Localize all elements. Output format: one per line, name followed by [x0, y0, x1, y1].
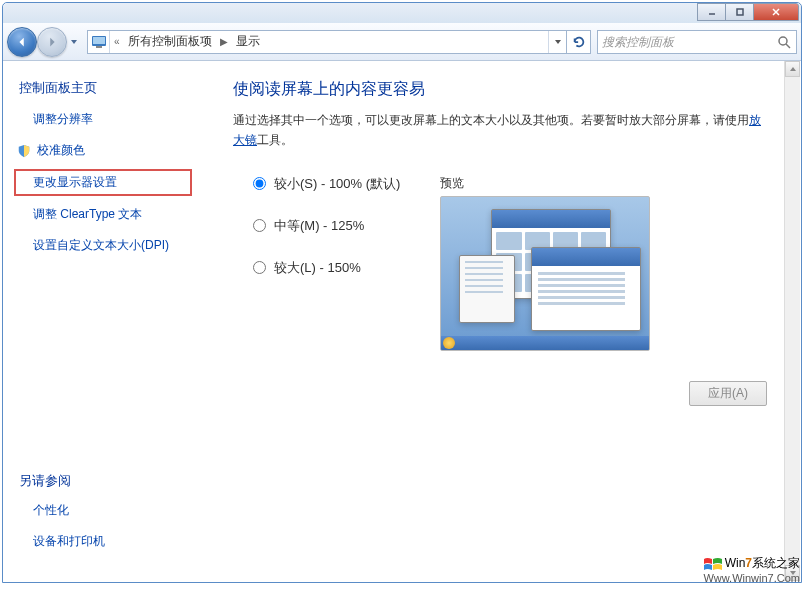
radio-larger-label: 较大(L) - 150%: [274, 259, 361, 277]
svg-rect-6: [96, 46, 102, 48]
sidebar-item-cleartype[interactable]: 调整 ClearType 文本: [15, 202, 191, 227]
breadcrumb: « 所有控制面板项 ▶ 显示: [110, 31, 268, 52]
shield-icon: [17, 144, 31, 158]
sidebar-heading[interactable]: 控制面板主页: [15, 79, 191, 97]
preview-label: 预览: [440, 175, 650, 192]
svg-rect-5: [93, 37, 105, 44]
search-icon[interactable]: [776, 34, 792, 50]
content-area: 控制面板主页 调整分辨率 校准颜色 更改显示器设置 调整 ClearType 文…: [3, 61, 801, 582]
sidebar: 控制面板主页 调整分辨率 校准颜色 更改显示器设置 调整 ClearType 文…: [3, 61, 203, 582]
maximize-button[interactable]: [725, 3, 754, 21]
control-panel-icon: [88, 31, 110, 53]
main-panel: 使阅读屏幕上的内容更容易 通过选择其中一个选项，可以更改屏幕上的文本大小以及其他…: [203, 61, 801, 582]
scroll-down-button[interactable]: [785, 565, 800, 581]
sidebar-see-also-heading: 另请参阅: [15, 472, 191, 490]
radio-medium-input[interactable]: [253, 219, 266, 232]
sidebar-footer-devices[interactable]: 设备和打印机: [15, 529, 191, 554]
apply-button[interactable]: 应用(A): [689, 381, 767, 406]
svg-line-8: [786, 44, 790, 48]
svg-point-7: [779, 37, 787, 45]
page-description: 通过选择其中一个选项，可以更改屏幕上的文本大小以及其他项。若要暂时放大部分屏幕，…: [233, 110, 771, 151]
scroll-up-button[interactable]: [785, 61, 800, 77]
sidebar-footer-personalize[interactable]: 个性化: [15, 498, 191, 523]
sidebar-item-calibrate-color[interactable]: 校准颜色: [15, 138, 191, 163]
radio-larger[interactable]: 较大(L) - 150%: [253, 259, 400, 277]
sidebar-item-resolution[interactable]: 调整分辨率: [15, 107, 191, 132]
nav-buttons: [7, 27, 81, 57]
size-options: 较小(S) - 100% (默认) 中等(M) - 125% 较大(L) - 1…: [233, 175, 400, 351]
radio-medium-label: 中等(M) - 125%: [274, 217, 364, 235]
search-box[interactable]: [597, 30, 797, 54]
close-button[interactable]: [753, 3, 799, 21]
address-dropdown[interactable]: [548, 31, 566, 53]
sidebar-item-custom-dpi[interactable]: 设置自定义文本大小(DPI): [15, 233, 191, 258]
vertical-scrollbar[interactable]: [784, 61, 800, 581]
sidebar-item-change-display-settings[interactable]: 更改显示器设置: [14, 169, 192, 196]
address-bar[interactable]: « 所有控制面板项 ▶ 显示: [87, 30, 591, 54]
breadcrumb-all-items[interactable]: 所有控制面板项: [124, 31, 216, 52]
radio-smaller-input[interactable]: [253, 177, 266, 190]
preview-image: [440, 196, 650, 351]
radio-medium[interactable]: 中等(M) - 125%: [253, 217, 400, 235]
titlebar[interactable]: [3, 3, 801, 23]
navbar: « 所有控制面板项 ▶ 显示: [3, 23, 801, 61]
breadcrumb-display[interactable]: 显示: [232, 31, 264, 52]
nav-history-dropdown[interactable]: [67, 33, 81, 51]
forward-button[interactable]: [37, 27, 67, 57]
breadcrumb-root-chevron[interactable]: «: [114, 36, 120, 47]
radio-smaller-label: 较小(S) - 100% (默认): [274, 175, 400, 193]
control-panel-window: « 所有控制面板项 ▶ 显示 控制面板主页 调整分辨率 校准颜色 更改显示器设置: [2, 2, 802, 583]
svg-rect-1: [737, 9, 743, 15]
page-title: 使阅读屏幕上的内容更容易: [233, 79, 771, 100]
window-controls: [698, 3, 799, 21]
chevron-right-icon: ▶: [220, 36, 228, 47]
refresh-button[interactable]: [566, 31, 590, 53]
radio-larger-input[interactable]: [253, 261, 266, 274]
minimize-button[interactable]: [697, 3, 726, 21]
sidebar-item-label: 校准颜色: [37, 142, 85, 159]
back-button[interactable]: [7, 27, 37, 57]
radio-smaller[interactable]: 较小(S) - 100% (默认): [253, 175, 400, 193]
search-input[interactable]: [602, 35, 776, 49]
